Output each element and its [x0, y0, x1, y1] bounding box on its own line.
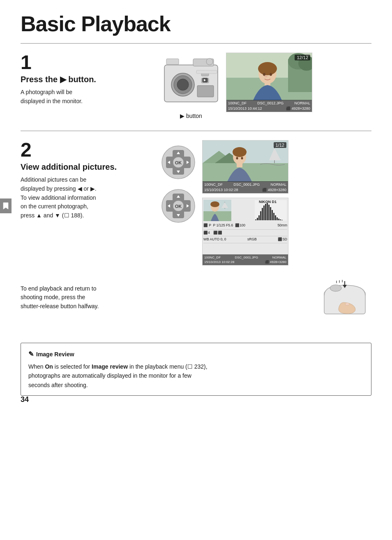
step-2-left: 2 View additional pictures. Additional p…: [21, 140, 160, 265]
button-label: ▶ button: [180, 112, 202, 119]
svg-text:OK: OK: [175, 204, 182, 209]
shutter-text: To end playback and return to shooting m…: [21, 284, 310, 311]
svg-rect-71: [267, 203, 268, 220]
step2-photo1-counter: 1/12: [274, 142, 286, 148]
photos-column: 1/12: [202, 140, 288, 265]
thumb-svg: [203, 200, 231, 221]
svg-point-87: [345, 303, 349, 306]
step2-photo1-meta: 100NC_DF DSC_0001.JPG NORMAL 15/10/2013 …: [203, 181, 288, 193]
step2-divider: [21, 131, 371, 131]
svg-rect-73: [270, 207, 271, 220]
svg-rect-72: [268, 205, 270, 220]
step-1-body: A photograph will bedisplayed in the mon…: [21, 88, 152, 106]
bookmark-tab: [0, 198, 12, 213]
title-divider: [21, 43, 371, 44]
svg-rect-66: [258, 215, 260, 220]
camera-illustration: ▶ button: [160, 53, 222, 119]
note-box: ✎ Image Review When On is selected for I…: [21, 343, 371, 396]
svg-rect-76: [275, 215, 276, 220]
shutter-svg: [320, 279, 369, 316]
step2-photo2-frame: 1/12 NIKON D1: [202, 198, 288, 265]
svg-point-53: [233, 147, 247, 157]
svg-rect-64: [255, 219, 256, 220]
svg-point-23: [264, 76, 267, 77]
step1-counter: 12/12: [295, 55, 310, 60]
step-1-number: 1: [21, 53, 152, 72]
svg-rect-78: [278, 219, 279, 220]
step-2-number: 2: [21, 140, 152, 160]
svg-point-22: [270, 73, 272, 76]
page-number: 34: [21, 395, 29, 404]
svg-rect-8: [196, 70, 217, 74]
svg-rect-70: [265, 204, 266, 220]
shutter-section: To end playback and return to shooting m…: [21, 277, 371, 318]
info-rows: ⬛ P P 1/125 F5.6 ⬛100 50mm ⬛4 ⬛⬛ WB AUTO…: [203, 223, 287, 243]
svg-rect-9: [166, 59, 179, 65]
svg-rect-74: [272, 210, 273, 220]
svg-point-19: [258, 62, 277, 75]
step-1-left: 1 Press the ▶ button. A photograph will …: [21, 53, 160, 119]
dpad-1-svg: OK: [160, 144, 196, 180]
step1-photo-meta: 100NC_DF DSC_0012.JPG NORMAL 15/10/2013 …: [226, 100, 312, 112]
step-1-section: 1 Press the ▶ button. A photograph will …: [21, 53, 371, 119]
step-1-heading: Press the ▶ button.: [21, 74, 152, 85]
step-1-right: ▶ button 12/12: [160, 53, 371, 119]
note-heading: Image Review: [36, 350, 74, 359]
note-on-bold: On: [45, 363, 53, 370]
svg-rect-68: [262, 208, 263, 220]
step2-photo2-meta: 100NC_DF DSC_0001.JPG NORMAL 15/10/2013 …: [203, 254, 288, 265]
svg-rect-65: [257, 218, 258, 220]
svg-rect-77: [277, 217, 278, 220]
svg-point-82: [330, 285, 341, 291]
svg-rect-79: [280, 219, 281, 220]
svg-point-62: [210, 201, 219, 207]
note-review-bold: Image review: [92, 363, 128, 370]
svg-rect-7: [197, 85, 214, 97]
camera-model: NIKON D1: [259, 200, 277, 204]
page-title: Basic Playback: [21, 12, 371, 36]
camera-diagram: ▶ button 12/12: [160, 53, 312, 119]
step-2-section: 2 View additional pictures. Additional p…: [21, 140, 371, 265]
svg-rect-75: [273, 213, 274, 220]
note-icon: ✎: [28, 349, 34, 360]
svg-point-21: [263, 73, 265, 76]
svg-point-55: [236, 157, 238, 159]
shutter-illustration: [318, 277, 371, 318]
svg-rect-67: [260, 211, 261, 220]
step-2-right: OK OK: [160, 140, 371, 265]
svg-text:OK: OK: [175, 160, 182, 165]
svg-point-3: [177, 79, 189, 90]
dpad-2-svg: OK: [160, 188, 196, 224]
svg-point-10: [206, 58, 213, 65]
svg-rect-80: [281, 220, 283, 220]
note-title: ✎ Image Review: [28, 349, 364, 360]
step-2-heading: View additional pictures.: [21, 162, 152, 172]
step2-photo1-frame: 1/12: [202, 140, 288, 194]
svg-point-56: [241, 157, 243, 159]
svg-rect-54: [237, 163, 242, 167]
svg-rect-69: [263, 205, 265, 220]
note-body: When On is selected for Image review in …: [28, 362, 364, 390]
camera-svg: [160, 53, 222, 110]
step1-photo-frame: 12/12: [226, 53, 312, 112]
dpad-column: OK OK: [160, 140, 196, 224]
step-2-body: Additional pictures can be displayed by …: [21, 175, 152, 220]
